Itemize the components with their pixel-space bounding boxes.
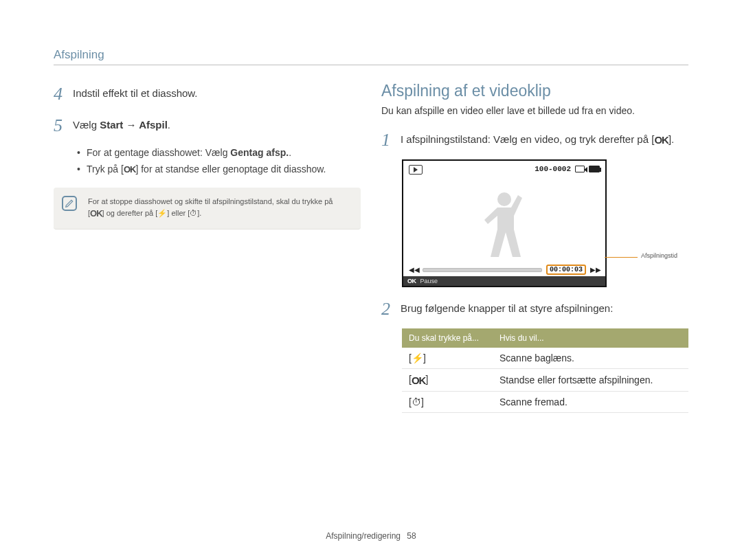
- ok-icon: OK: [654, 133, 668, 147]
- step-text: Vælg Start → Afspil.: [73, 113, 170, 132]
- rewind-icon: ◀◀: [409, 266, 418, 273]
- text: ] eller [: [167, 209, 190, 217]
- step-text: Indstil effekt til et diasshow.: [73, 82, 198, 100]
- table-header: Du skal trykke på...: [402, 328, 493, 348]
- step-number: 4: [54, 82, 73, 107]
- video-icon: [575, 166, 585, 172]
- flash-icon: ⚡: [412, 352, 423, 363]
- note-box: For at stoppe diasshowet og skifte til a…: [54, 188, 361, 229]
- key-cell: [⚡]: [402, 348, 493, 369]
- video-controls: ◀◀ 00:00:03 ▶▶: [403, 264, 605, 276]
- key-cell: [⏱]: [402, 392, 493, 413]
- video-top-status: 100-0002: [535, 165, 600, 173]
- battery-icon: [589, 166, 600, 172]
- bullet-item: Tryk på [OK] for at standse eller genopt…: [77, 162, 361, 177]
- page-number: 58: [407, 531, 416, 541]
- step-number: 2: [381, 297, 401, 322]
- ok-icon: OK: [124, 164, 136, 177]
- table-header-row: Du skal trykke på... Hvis du vil...: [402, 328, 688, 348]
- bullet-list: For at gentage diasshowet: Vælg Gentag a…: [77, 146, 361, 177]
- step-2: 2 Brug følgende knapper til at styre afs…: [381, 297, 688, 322]
- value-cell: Scanne fremad.: [493, 392, 688, 413]
- table-header: Hvis du vil...: [493, 328, 688, 348]
- text: ] for at standse eller genoptage dit dia…: [135, 164, 326, 175]
- video-preview: 100-0002 ◀◀ 00:00:03 ▶▶: [402, 159, 607, 287]
- right-column: Afspilning af et videoklip Du kan afspil…: [381, 82, 688, 413]
- bold-text: Start → Afspil: [100, 119, 168, 131]
- text: I afspilningstilstand: Vælg en video, og…: [401, 133, 654, 145]
- footer-section: Afspilning/redigering: [326, 531, 401, 541]
- ok-icon: OK: [407, 278, 416, 284]
- bracket: ]: [423, 352, 426, 363]
- ok-icon: OK: [90, 207, 102, 221]
- text: .: [168, 119, 170, 131]
- table-row: [⚡] Scanne baglæns.: [402, 348, 688, 369]
- forward-icon: ▶▶: [590, 266, 600, 273]
- text: .: [289, 147, 291, 158]
- note-line-1: For at stoppe diasshowet og skifte til a…: [88, 196, 351, 208]
- text: ].: [197, 209, 201, 217]
- section-lead: Du kan afspille en video eller lave et b…: [381, 104, 688, 118]
- text: For at gentage diasshowet: Vælg: [87, 147, 230, 158]
- page-content: Afspilning 4 Indstil effekt til et diass…: [0, 0, 742, 413]
- play-mode-icon: [409, 165, 423, 175]
- pause-label: Pause: [420, 278, 438, 284]
- divider: [54, 65, 688, 65]
- timer-icon: ⏱: [190, 208, 197, 219]
- step-1: 1 I afspilningstilstand: Vælg en video, …: [381, 128, 688, 153]
- step-text: Brug følgende knapper til at styre afspi…: [401, 297, 613, 315]
- bracket: ]: [421, 396, 424, 407]
- section-heading: Afspilning af et videoklip: [381, 82, 688, 100]
- table-row: [⏱] Scanne fremad.: [402, 392, 688, 413]
- callout-line: [605, 257, 638, 258]
- note-line-2: [OK] og derefter på [⚡] eller [⏱].: [88, 207, 351, 221]
- bullet-item: For at gentage diasshowet: Vælg Gentag a…: [77, 146, 361, 159]
- ok-icon: OK: [412, 374, 426, 386]
- video-body: [403, 179, 605, 262]
- text: Vælg: [73, 119, 100, 131]
- step-4: 4 Indstil effekt til et diasshow.: [54, 82, 361, 107]
- text: ] og derefter på [: [102, 209, 158, 217]
- key-cell: [OK]: [402, 369, 493, 392]
- text: Tryk på [: [87, 164, 124, 175]
- note-icon: [62, 196, 77, 211]
- person-silhouette-icon: [473, 187, 535, 262]
- table-row: [OK] Standse eller fortsætte afspilninge…: [402, 369, 688, 392]
- bold-text: Gentag afsp.: [230, 147, 289, 158]
- left-column: 4 Indstil effekt til et diasshow. 5 Vælg…: [54, 82, 361, 413]
- step-5: 5 Vælg Start → Afspil.: [54, 113, 361, 138]
- timer-icon: ⏱: [412, 396, 421, 407]
- video-bottom-bar: OK Pause: [403, 276, 605, 286]
- controls-table: Du skal trykke på... Hvis du vil... [⚡] …: [402, 328, 688, 413]
- value-cell: Scanne baglæns.: [493, 348, 688, 369]
- file-counter: 100-0002: [535, 165, 571, 173]
- playback-time: 00:00:03: [546, 265, 586, 275]
- bracket: ]: [425, 374, 428, 385]
- callout-label: Afspilningstid: [641, 252, 677, 259]
- breadcrumb: Afspilning: [54, 48, 688, 62]
- value-cell: Standse eller fortsætte afspilningen.: [493, 369, 688, 392]
- step-number: 1: [381, 128, 401, 153]
- step-number: 5: [54, 113, 73, 138]
- video-preview-wrapper: 100-0002 ◀◀ 00:00:03 ▶▶: [381, 159, 688, 287]
- flash-icon: ⚡: [157, 208, 167, 219]
- text: ].: [668, 133, 674, 145]
- step-text: I afspilningstilstand: Vælg en video, og…: [401, 128, 674, 148]
- page-footer: Afspilning/redigering 58: [0, 531, 742, 541]
- two-column-layout: 4 Indstil effekt til et diasshow. 5 Vælg…: [54, 82, 688, 413]
- progress-bar: [423, 268, 542, 272]
